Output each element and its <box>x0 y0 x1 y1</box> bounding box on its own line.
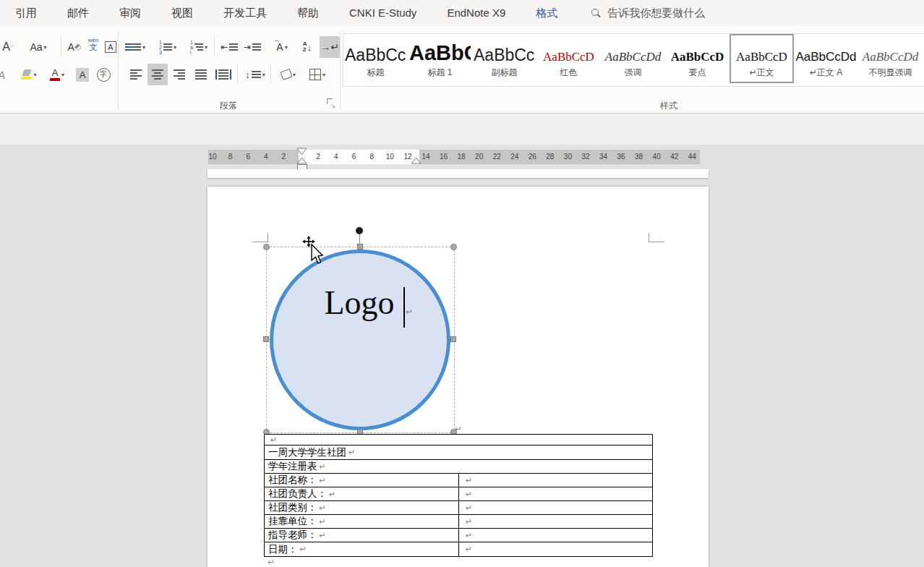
tab-邮件[interactable]: 邮件 <box>52 0 104 26</box>
tab-引用[interactable]: 引用 <box>0 0 52 26</box>
ruler-number: 26 <box>526 150 539 164</box>
align-left-button[interactable] <box>126 65 146 84</box>
tab-CNKI E-Study[interactable]: CNKI E-Study <box>334 0 432 26</box>
right-indent-marker[interactable] <box>411 157 422 164</box>
table-cell[interactable]: 挂靠单位：↵ <box>265 515 458 528</box>
margin-mark-topleft-h <box>252 242 268 242</box>
distribute-text-button[interactable] <box>213 65 234 84</box>
horizontal-ruler[interactable]: 1086422468101214161820222426283032343638… <box>208 150 700 164</box>
table-cell[interactable]: 一周大学学生社团↵ <box>265 446 652 459</box>
phonetic-guide-button[interactable]: wén文 <box>84 35 103 54</box>
cell-text: 指导老师： <box>268 529 317 542</box>
paragraph-dialog-launcher[interactable] <box>327 98 335 106</box>
table-row: 社团名称：↵↵ <box>265 474 652 487</box>
character-border-button[interactable]: A <box>103 38 119 56</box>
tell-me-search[interactable]: 告诉我你想要做什么 <box>591 7 705 20</box>
ruler-number: 32 <box>579 150 592 164</box>
asian-layout-button[interactable]: A↔▾ <box>269 38 295 56</box>
style-item-副标题[interactable]: AaBbCcD副标题 <box>472 34 536 83</box>
table-row: 指导老师：↵↵ <box>265 529 652 542</box>
table-cell[interactable]: ↵ <box>458 501 652 514</box>
style-item-强调[interactable]: AaBbCcDd强调 <box>601 34 665 83</box>
resize-handle-nw[interactable] <box>263 244 270 250</box>
style-item-label: 红色 <box>560 67 578 79</box>
table-cell[interactable]: 社团类别：↵ <box>265 501 458 514</box>
table-cell[interactable]: 学年注册表↵ <box>265 460 652 473</box>
rotation-handle[interactable] <box>356 227 363 234</box>
table-cell[interactable]: 指导老师：↵ <box>265 529 458 542</box>
multilevel-list-button[interactable]: 1ai▾ <box>184 38 214 56</box>
hanging-indent-marker[interactable] <box>296 157 307 164</box>
align-right-button[interactable] <box>169 65 189 84</box>
tab-格式[interactable]: 格式 <box>521 0 573 26</box>
ribbon: Aˇ Aa▾ A◧ wén文 A A ▾ A▾ A 字 ▾ 123▾ 1a <box>0 26 924 114</box>
table-cell[interactable]: 社团名称：↵ <box>265 474 458 487</box>
justify-button[interactable] <box>191 65 211 84</box>
style-item-label: 标题 1 <box>427 67 452 79</box>
first-line-indent-marker[interactable] <box>296 148 307 155</box>
previous-page-edge <box>208 169 709 178</box>
style-item-↵正文[interactable]: AaBbCcD↵正文 <box>730 34 794 83</box>
table-cell[interactable]: ↵ <box>458 474 652 487</box>
increase-indent-button[interactable]: ⇥ <box>241 38 263 56</box>
text-highlight-button[interactable]: ▾ <box>16 65 42 84</box>
borders-button[interactable]: ▾ <box>304 65 331 84</box>
tab-EndNote X9[interactable]: EndNote X9 <box>432 0 521 26</box>
tab-审阅[interactable]: 审阅 <box>104 0 156 26</box>
table-cell[interactable]: 社团负责人：↵ <box>265 487 458 500</box>
resize-handle-n[interactable] <box>357 244 363 250</box>
pilcrow-mark: ↵ <box>320 531 326 540</box>
change-case-button[interactable]: Aa▾ <box>25 38 52 56</box>
align-center-button[interactable] <box>147 64 168 85</box>
pilcrow-mark: ↵ <box>320 517 326 526</box>
show-hide-marks-button[interactable]: →↵ <box>320 36 340 58</box>
tab-视图[interactable]: 视图 <box>156 0 208 26</box>
sort-button[interactable]: AZ↓ <box>296 38 318 56</box>
bullets-button[interactable]: ▾ <box>123 38 152 56</box>
style-item-label: 强调 <box>625 67 642 79</box>
decrease-indent-button[interactable]: ⇤ <box>218 38 240 56</box>
pilcrow-mark: ↵ <box>455 424 462 434</box>
style-item-要点[interactable]: AaBbCcD要点 <box>665 34 730 83</box>
numbering-button[interactable]: 123▾ <box>153 38 182 56</box>
logo-text[interactable]: Logo <box>281 284 438 322</box>
table-row: 日期：↵↵ <box>265 542 652 556</box>
character-shading-button[interactable]: A <box>74 65 91 84</box>
pilcrow-mark: ↵ <box>406 307 413 317</box>
table-row: 挂靠单位：↵↵ <box>265 515 652 529</box>
cutoff-button[interactable]: A <box>0 65 9 84</box>
table-row: 一周大学学生社团↵ <box>265 446 652 460</box>
clear-formatting-button[interactable]: A◧ <box>65 38 84 56</box>
ruler-number: 36 <box>615 150 628 164</box>
enclose-characters-button[interactable]: 字 <box>94 65 113 84</box>
table-cell[interactable]: ↵ <box>458 529 652 542</box>
style-item-↵正文 A[interactable]: AaBbCcDd↵正文 A <box>794 34 858 83</box>
resize-handle-w[interactable] <box>263 336 269 342</box>
table-cell[interactable]: ↵ <box>265 435 652 445</box>
table-cell[interactable]: ↵ <box>458 515 652 528</box>
resize-handle-ne[interactable] <box>450 244 457 250</box>
style-item-标题[interactable]: AaBbCcD标题 <box>343 34 408 83</box>
ruler-number: 22 <box>490 150 503 164</box>
style-item-不明显强调[interactable]: AaBbCcDd不明显强调 <box>858 34 923 83</box>
style-sample: AaBbCcDd <box>795 51 857 64</box>
resize-handle-e[interactable] <box>450 336 456 342</box>
search-icon <box>591 9 600 17</box>
pilcrow-mark: ↵ <box>329 490 335 499</box>
shading-button[interactable]: ▾ <box>275 65 302 84</box>
pilcrow-mark: ↵ <box>348 448 355 457</box>
table-cell[interactable]: ↵ <box>458 487 652 500</box>
pilcrow-mark: ↵ <box>268 557 275 567</box>
font-color-button[interactable]: A▾ <box>45 65 69 84</box>
shrink-font-button[interactable]: Aˇ <box>0 38 19 56</box>
cell-text: 挂靠单位： <box>268 515 317 528</box>
logo-circle-shape[interactable] <box>270 250 450 430</box>
table-cell[interactable]: 日期：↵ <box>265 542 458 556</box>
line-spacing-button[interactable]: ↕▾ <box>241 65 269 84</box>
tab-帮助[interactable]: 帮助 <box>282 0 334 26</box>
style-item-红色[interactable]: AaBbCcD红色 <box>536 34 601 83</box>
ruler-number: 6 <box>348 150 361 164</box>
style-item-标题 1[interactable]: AaBbCcD标题 1 <box>408 34 472 83</box>
table-cell[interactable]: ↵ <box>458 542 652 556</box>
tab-开发工具[interactable]: 开发工具 <box>208 0 282 26</box>
